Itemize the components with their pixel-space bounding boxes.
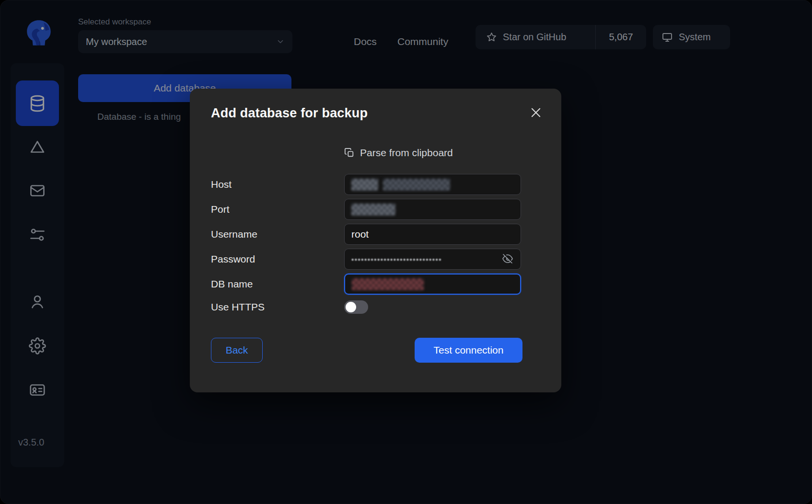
use-https-label: Use HTTPS	[211, 301, 265, 313]
host-label: Host	[211, 179, 232, 190]
add-database-modal: Add database for backup Parse from clipb…	[190, 89, 561, 392]
password-masked-value: ••••••••••••••••••••••••••••	[351, 255, 497, 263]
port-label: Port	[211, 204, 230, 215]
username-row: Username	[211, 224, 540, 245]
host-input[interactable]	[344, 174, 521, 195]
back-label: Back	[226, 344, 248, 355]
password-label: Password	[211, 253, 255, 265]
eye-off-icon[interactable]	[501, 253, 514, 265]
port-input[interactable]	[344, 199, 521, 220]
parse-from-clipboard-button[interactable]: Parse from clipboard	[344, 145, 453, 160]
db-name-label: DB name	[211, 278, 253, 290]
password-input[interactable]: ••••••••••••••••••••••••••••	[344, 249, 521, 270]
password-row: Password ••••••••••••••••••••••••••••	[211, 249, 540, 270]
username-input[interactable]	[351, 224, 514, 244]
redacted-host-value-1	[351, 179, 378, 191]
db-name-input[interactable]	[344, 274, 521, 295]
redacted-db-name-value	[352, 278, 424, 290]
username-label: Username	[211, 229, 257, 240]
host-row: Host	[211, 174, 540, 195]
port-row: Port	[211, 199, 540, 220]
toggle-knob	[346, 302, 356, 312]
redacted-port-value	[351, 204, 395, 216]
test-connection-button[interactable]: Test connection	[415, 338, 522, 363]
app-window: Selected workspace My workspace Docs Com…	[0, 0, 812, 504]
use-https-toggle[interactable]	[344, 300, 368, 314]
parse-from-clipboard-label: Parse from clipboard	[360, 147, 453, 159]
username-input-wrap	[344, 224, 521, 245]
close-icon[interactable]	[529, 106, 543, 120]
test-connection-label: Test connection	[434, 344, 504, 355]
copy-icon	[344, 148, 355, 158]
db-name-row: DB name	[211, 274, 540, 295]
back-button[interactable]: Back	[211, 338, 263, 363]
use-https-row: Use HTTPS	[211, 298, 540, 316]
modal-title: Add database for backup	[211, 106, 368, 121]
redacted-host-value-2	[383, 179, 450, 191]
